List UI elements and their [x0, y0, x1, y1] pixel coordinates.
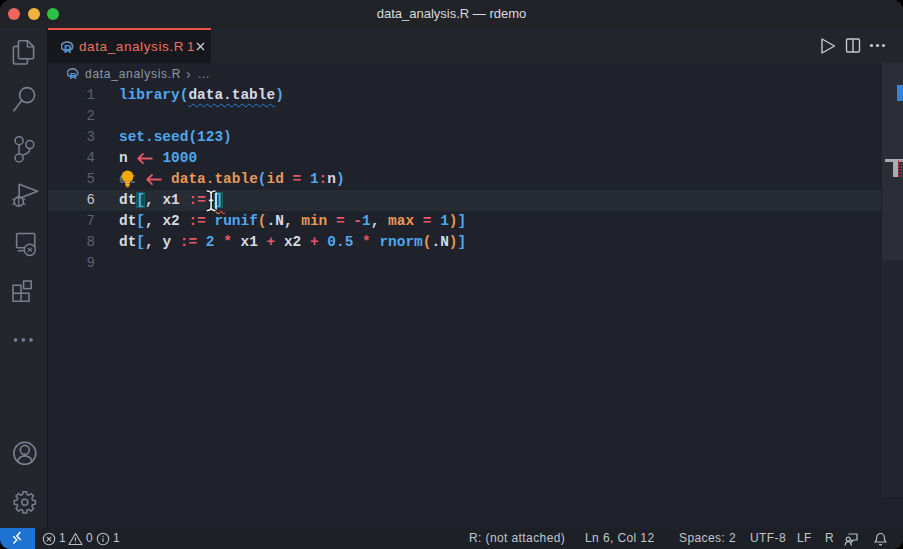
svg-text:R: R	[64, 43, 72, 55]
svg-text:R: R	[70, 70, 78, 80]
